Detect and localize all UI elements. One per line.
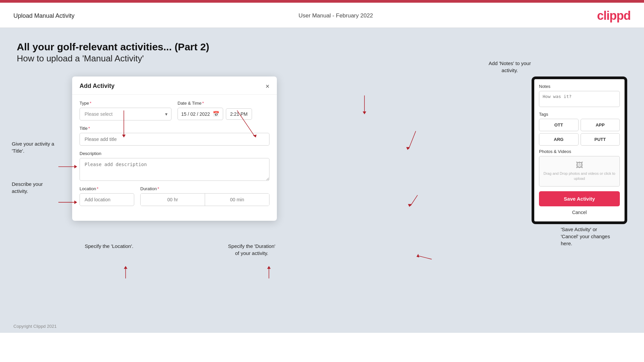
footer: Copyright Clippd 2021 — [0, 320, 644, 333]
title-required: * — [88, 126, 90, 131]
datetime-wrapper: 15 / 02 / 2022 📅 2:21 PM — [178, 108, 269, 120]
form-group-title: Title* — [80, 126, 269, 146]
callout-notes: Add 'Notes' to youractivity. — [476, 60, 543, 74]
type-select-wrapper: Please select ▾ — [80, 108, 171, 120]
notes-label: Notes — [539, 84, 620, 89]
date-input[interactable]: 15 / 02 / 2022 📅 — [178, 108, 223, 120]
duration-hr-input[interactable] — [141, 194, 205, 206]
svg-marker-11 — [267, 266, 271, 269]
tags-grid: OTT APP ARG PUTT — [539, 119, 620, 146]
title-label: Title* — [80, 126, 269, 131]
time-value: 2:21 PM — [230, 111, 248, 117]
datetime-label: Date & Time* — [178, 101, 269, 106]
upload-icon: 🖼 — [543, 161, 616, 170]
page-title-main: All your golf-relevant activities... (Pa… — [17, 41, 627, 53]
cancel-button[interactable]: Cancel — [534, 206, 625, 220]
form-group-datetime: Date & Time* 15 / 02 / 2022 📅 2:21 PM — [178, 101, 269, 120]
time-input[interactable]: 2:21 PM — [226, 108, 252, 120]
main-content: All your golf-relevant activities... (Pa… — [0, 28, 644, 320]
phone-panel: Notes Tags OTT APP ARG PUTT Photos & Vid… — [532, 76, 627, 224]
callout-title: Give your activity a'Title'. — [12, 140, 59, 154]
date-value: 15 / 02 / 2022 — [181, 111, 210, 117]
duration-label: Duration* — [140, 186, 269, 191]
callout-description: Describe youractivity. — [12, 180, 59, 195]
save-activity-button[interactable]: Save Activity — [539, 191, 620, 206]
phone-inner: Notes Tags OTT APP ARG PUTT Photos & Vid… — [534, 79, 625, 187]
notes-textarea[interactable] — [539, 91, 620, 107]
type-required: * — [90, 101, 91, 106]
location-required: * — [97, 186, 98, 191]
upload-text: Drag and Drop photos and videos or click… — [543, 171, 616, 182]
callout-duration: Specify the 'Duration'of your activity. — [215, 243, 289, 257]
duration-wrapper — [140, 193, 269, 206]
datetime-required: * — [202, 101, 204, 106]
calendar-icon: 📅 — [213, 111, 219, 117]
callout-location: Specify the 'Location'. — [79, 243, 139, 250]
tag-putt[interactable]: PUTT — [581, 133, 620, 146]
photos-label: Photos & Videos — [539, 149, 620, 154]
copyright-text: Copyright Clippd 2021 — [13, 324, 57, 329]
description-label: Description — [80, 151, 269, 156]
svg-line-16 — [410, 195, 417, 206]
header-left-title: Upload Manual Activity — [13, 12, 75, 19]
clippd-logo: clippd — [597, 9, 631, 23]
upload-area[interactable]: 🖼 Drag and Drop photos and videos or cli… — [539, 156, 620, 187]
title-input[interactable] — [80, 133, 269, 146]
callout-save: 'Save Activity' or'Cancel' your changesh… — [561, 226, 635, 247]
location-input[interactable] — [80, 193, 134, 206]
svg-marker-15 — [406, 147, 410, 150]
form-row-title: Title* — [80, 126, 269, 146]
description-textarea[interactable] — [80, 158, 269, 181]
svg-marker-13 — [363, 111, 366, 114]
modal-body: Type* Please select ▾ Date & Time* — [72, 95, 277, 206]
form-row-location-duration: Location* Duration* — [80, 186, 269, 206]
duration-required: * — [157, 186, 159, 191]
modal-header: Add Activity × — [72, 76, 277, 95]
svg-marker-17 — [408, 204, 412, 207]
tag-app[interactable]: APP — [581, 119, 620, 131]
form-group-duration: Duration* — [140, 186, 269, 206]
svg-line-14 — [409, 131, 416, 149]
svg-marker-9 — [124, 266, 128, 269]
header: Upload Manual Activity User Manual - Feb… — [0, 3, 644, 28]
svg-line-18 — [417, 256, 432, 259]
location-label: Location* — [80, 186, 134, 191]
top-bar — [0, 0, 644, 3]
header-center-title: User Manual - February 2022 — [299, 12, 373, 19]
type-select[interactable]: Please select — [80, 108, 171, 120]
add-activity-modal: Add Activity × Type* Please select ▾ — [72, 76, 277, 221]
duration-min-input[interactable] — [205, 194, 269, 206]
modal-close-button[interactable]: × — [265, 83, 269, 90]
svg-marker-19 — [416, 254, 419, 258]
form-group-location: Location* — [80, 186, 134, 206]
tag-ott[interactable]: OTT — [539, 119, 579, 131]
modal-title: Add Activity — [80, 83, 114, 90]
form-group-type: Type* Please select ▾ — [80, 101, 171, 120]
form-row-type-datetime: Type* Please select ▾ Date & Time* — [80, 101, 269, 120]
tags-label: Tags — [539, 112, 620, 117]
form-group-description: Description — [80, 151, 269, 181]
type-label: Type* — [80, 101, 171, 106]
form-row-description: Description — [80, 151, 269, 181]
tag-arg[interactable]: ARG — [539, 133, 579, 146]
